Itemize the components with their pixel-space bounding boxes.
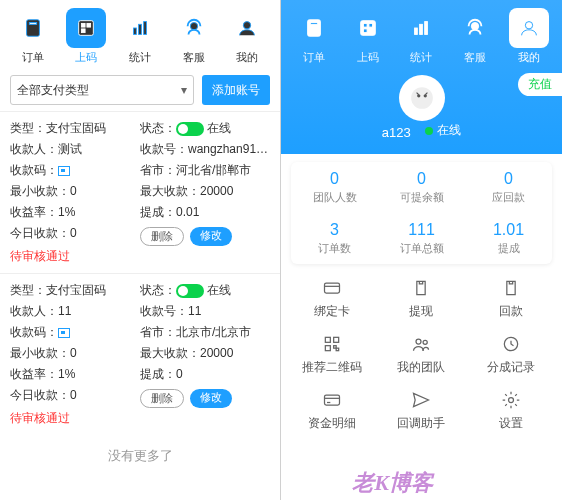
online-indicator-icon bbox=[425, 127, 433, 135]
svg-rect-3 bbox=[82, 23, 86, 27]
menu-grid: 绑定卡 提现 回款 推荐二维码 我的团队 分成记录 资金明细 回调助手 设置 bbox=[281, 264, 562, 432]
svg-rect-27 bbox=[325, 337, 330, 342]
svg-rect-12 bbox=[310, 23, 317, 25]
account-card: 类型支付宝固码 收款人测试 收款码 最小收款0 收益率1% 今日收款0 待审核通… bbox=[0, 111, 280, 273]
svg-point-10 bbox=[244, 22, 251, 29]
svg-point-21 bbox=[525, 22, 532, 29]
tab-upload-code[interactable]: 上码 bbox=[344, 8, 392, 65]
user-status: 在线 bbox=[437, 122, 461, 139]
svg-rect-25 bbox=[324, 283, 339, 293]
svg-point-20 bbox=[472, 23, 479, 30]
stat-balance[interactable]: 0可提余额 bbox=[378, 162, 465, 213]
svg-rect-8 bbox=[144, 22, 147, 35]
svg-rect-5 bbox=[82, 29, 86, 33]
stat-receivable[interactable]: 0应回款 bbox=[465, 162, 552, 213]
tab-mine[interactable]: 我的 bbox=[223, 8, 271, 65]
account-card: 类型支付宝固码 收款人11 收款码 最小收款0 收益率1% 今日收款0 待审核通… bbox=[0, 273, 280, 435]
tab-mine[interactable]: 我的 bbox=[505, 8, 553, 65]
username: a123 bbox=[382, 125, 411, 140]
svg-point-32 bbox=[416, 339, 421, 344]
svg-rect-14 bbox=[363, 23, 367, 27]
svg-rect-15 bbox=[369, 23, 373, 27]
left-panel: 订单 上码 统计 客服 我的 全部支付类型 添加账号 类型支付宝固码 收款人测试… bbox=[0, 0, 281, 500]
menu-fund-details[interactable]: 资金明细 bbox=[287, 390, 377, 432]
status-toggle[interactable] bbox=[176, 122, 204, 136]
delete-button[interactable]: 删除 bbox=[140, 389, 184, 408]
no-more-text: 没有更多了 bbox=[0, 435, 280, 477]
svg-rect-6 bbox=[134, 28, 137, 34]
tab-upload-code[interactable]: 上码 bbox=[62, 8, 110, 65]
left-tabbar: 订单 上码 统计 客服 我的 bbox=[0, 0, 280, 69]
modify-button[interactable]: 修改 bbox=[190, 227, 232, 246]
svg-rect-35 bbox=[324, 395, 339, 405]
stat-order-count[interactable]: 3订单数 bbox=[291, 213, 378, 264]
svg-rect-28 bbox=[333, 337, 338, 342]
tab-stats[interactable]: 统计 bbox=[116, 8, 164, 65]
right-tabbar: 订单 上码 统计 客服 我的 bbox=[281, 0, 562, 69]
menu-withdraw[interactable]: 提现 bbox=[377, 278, 467, 320]
svg-rect-19 bbox=[425, 22, 428, 35]
pending-status: 待审核通过 bbox=[10, 410, 140, 427]
menu-share-records[interactable]: 分成记录 bbox=[466, 334, 556, 376]
stat-order-total[interactable]: 111订单总额 bbox=[378, 213, 465, 264]
qr-icon bbox=[58, 166, 70, 176]
svg-rect-29 bbox=[325, 346, 330, 351]
svg-rect-2 bbox=[79, 21, 94, 36]
recharge-button[interactable]: 充值 bbox=[518, 73, 562, 96]
svg-rect-13 bbox=[360, 21, 375, 36]
svg-rect-17 bbox=[415, 28, 418, 34]
svg-point-38 bbox=[509, 398, 514, 403]
status-toggle[interactable] bbox=[176, 284, 204, 298]
modify-button[interactable]: 修改 bbox=[190, 389, 232, 408]
svg-rect-16 bbox=[363, 29, 367, 33]
stat-team-count[interactable]: 0团队人数 bbox=[291, 162, 378, 213]
menu-my-team[interactable]: 我的团队 bbox=[377, 334, 467, 376]
stats-grid: 0团队人数 0可提余额 0应回款 3订单数 111订单总额 1.01提成 bbox=[291, 162, 552, 264]
tab-stats[interactable]: 统计 bbox=[397, 8, 445, 65]
svg-rect-7 bbox=[139, 24, 142, 34]
svg-point-22 bbox=[411, 87, 433, 109]
menu-settings[interactable]: 设置 bbox=[466, 390, 556, 432]
stat-commission[interactable]: 1.01提成 bbox=[465, 213, 552, 264]
menu-bind-card[interactable]: 绑定卡 bbox=[287, 278, 377, 320]
right-panel: 订单 上码 统计 客服 我的 充值 a123 在线 0团队人数 0可提余额 0应… bbox=[281, 0, 562, 500]
menu-invite-qr[interactable]: 推荐二维码 bbox=[287, 334, 377, 376]
qr-icon bbox=[58, 328, 70, 338]
tab-orders[interactable]: 订单 bbox=[290, 8, 338, 65]
svg-rect-18 bbox=[420, 24, 423, 34]
tab-support[interactable]: 客服 bbox=[170, 8, 218, 65]
svg-rect-31 bbox=[336, 348, 339, 351]
delete-button[interactable]: 删除 bbox=[140, 227, 184, 246]
svg-point-9 bbox=[190, 23, 197, 30]
add-account-button[interactable]: 添加账号 bbox=[202, 75, 270, 105]
svg-rect-4 bbox=[87, 23, 91, 27]
avatar bbox=[399, 75, 445, 121]
menu-callback-helper[interactable]: 回调助手 bbox=[377, 390, 467, 432]
svg-rect-1 bbox=[29, 23, 36, 25]
svg-point-33 bbox=[424, 340, 428, 344]
tab-orders[interactable]: 订单 bbox=[9, 8, 57, 65]
menu-repay[interactable]: 回款 bbox=[466, 278, 556, 320]
pending-status: 待审核通过 bbox=[10, 248, 140, 265]
payment-type-select[interactable]: 全部支付类型 bbox=[10, 75, 194, 105]
tab-support[interactable]: 客服 bbox=[451, 8, 499, 65]
